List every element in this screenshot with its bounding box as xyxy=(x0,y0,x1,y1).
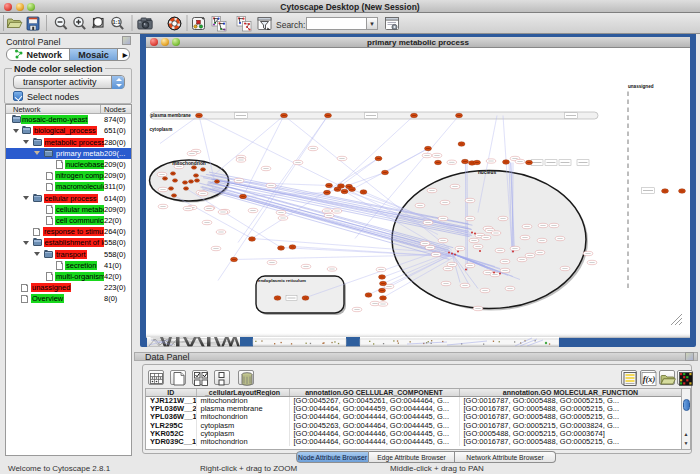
svg-text:unassigned: unassigned xyxy=(628,83,654,88)
svg-text:mitochondrion: mitochondrion xyxy=(172,160,206,165)
svg-text:endoplasmic reticulum: endoplasmic reticulum xyxy=(258,277,306,282)
svg-text:nucleus: nucleus xyxy=(478,169,496,174)
svg-text:cytoplasm: cytoplasm xyxy=(150,127,173,132)
svg-text:1:1: 1:1 xyxy=(113,19,121,25)
svg-text:f(x): f(x) xyxy=(643,374,656,384)
svg-text:plasma membrane: plasma membrane xyxy=(151,113,192,118)
